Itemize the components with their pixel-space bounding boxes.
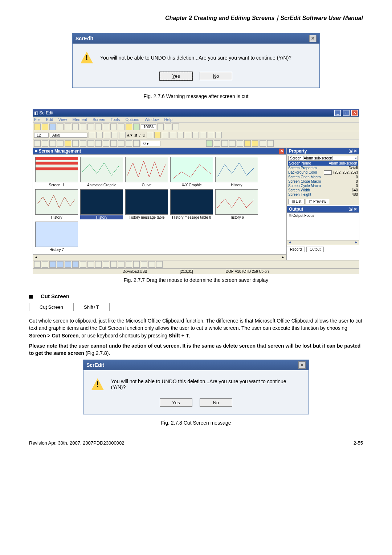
maximize-icon[interactable]: □ xyxy=(343,110,350,116)
menu-element[interactable]: Element xyxy=(73,117,87,122)
cut-icon[interactable] xyxy=(80,123,86,130)
group-icon[interactable] xyxy=(110,123,117,130)
tab-record[interactable]: Record xyxy=(287,247,305,252)
distrib-v-icon[interactable] xyxy=(215,132,222,138)
align-left-icon[interactable] xyxy=(162,132,168,138)
tool-icon[interactable] xyxy=(206,140,213,147)
fill-icon[interactable] xyxy=(147,132,153,138)
align-right-icon[interactable] xyxy=(177,132,184,138)
screen-thumb[interactable]: History 6 xyxy=(215,189,258,219)
new-icon[interactable] xyxy=(34,123,41,130)
tool-icon[interactable] xyxy=(267,140,274,147)
element-icon[interactable] xyxy=(57,140,64,147)
element-icon[interactable] xyxy=(87,140,94,147)
screen-thumb[interactable]: Animated Graphic xyxy=(80,157,123,187)
tab-output[interactable]: Output xyxy=(306,247,324,252)
tool-icon[interactable] xyxy=(133,261,140,268)
align-bottom-icon[interactable] xyxy=(200,132,207,138)
tool-icon[interactable] xyxy=(118,261,124,268)
element-icon[interactable] xyxy=(118,140,124,147)
tool-icon[interactable] xyxy=(237,140,243,147)
state-select[interactable]: 0 ▾ xyxy=(141,141,160,146)
menubar[interactable]: File Edit View Element Screen Tools Opti… xyxy=(33,117,359,123)
screen-thumb[interactable]: Curve xyxy=(125,157,168,187)
arrow-up-icon[interactable] xyxy=(111,132,118,138)
element-icon[interactable] xyxy=(49,140,56,147)
screen-dropdown[interactable]: Screen {Alarm sub-screen} xyxy=(288,156,358,161)
close-icon[interactable]: ✕ xyxy=(351,110,358,116)
tool-icon[interactable] xyxy=(221,140,228,147)
menu-options[interactable]: Options xyxy=(125,117,139,122)
font-size-select[interactable]: 12 xyxy=(34,133,49,138)
arrow-down-icon[interactable] xyxy=(119,132,126,138)
tool-icon[interactable] xyxy=(65,261,71,268)
tool-icon[interactable] xyxy=(110,261,117,268)
tool-icon[interactable] xyxy=(49,261,56,268)
zoom-select[interactable]: 100% xyxy=(141,124,156,129)
ungroup-icon[interactable] xyxy=(118,123,124,130)
screen-thumb[interactable]: Screen_1 xyxy=(35,157,78,187)
tool-icon[interactable] xyxy=(42,261,48,268)
align-icon[interactable] xyxy=(154,132,161,138)
redo-icon[interactable] xyxy=(72,123,79,130)
save-icon[interactable] xyxy=(49,123,56,130)
align-center-icon[interactable] xyxy=(170,132,176,138)
tool-icon[interactable] xyxy=(156,261,163,268)
close-icon[interactable]: ✕ xyxy=(279,149,284,154)
pin-close-icon[interactable]: ⇲ ✕ xyxy=(349,207,357,212)
screen-thumb[interactable]: History message table 8 xyxy=(170,189,213,219)
undo-icon[interactable] xyxy=(65,123,71,130)
tool-icon[interactable] xyxy=(244,140,251,147)
menu-edit[interactable]: Edit xyxy=(46,117,53,122)
align-top-icon[interactable] xyxy=(185,132,191,138)
yes-button[interactable]: Yes xyxy=(160,72,192,80)
yes-button[interactable]: Yes xyxy=(160,398,192,407)
align-middle-icon[interactable] xyxy=(192,132,199,138)
minimize-icon[interactable]: _ xyxy=(334,110,341,116)
horizontal-scrollbar[interactable]: ◄► xyxy=(33,254,286,260)
menu-view[interactable]: View xyxy=(58,117,67,122)
close-icon[interactable]: ✕ xyxy=(298,361,306,369)
tool-icon[interactable] xyxy=(260,140,266,147)
screen-thumb[interactable]: History xyxy=(35,189,78,219)
tool-icon[interactable] xyxy=(87,261,94,268)
element-icon[interactable] xyxy=(133,140,140,147)
tool-icon[interactable] xyxy=(95,261,102,268)
element-icon[interactable] xyxy=(80,140,86,147)
arrow-right-icon[interactable] xyxy=(104,132,110,138)
tool-icon[interactable] xyxy=(72,261,79,268)
menu-screen[interactable]: Screen xyxy=(93,117,105,122)
element-icon[interactable] xyxy=(72,140,79,147)
find-icon[interactable] xyxy=(103,123,109,130)
output-tree-item[interactable]: Output Focus xyxy=(289,214,358,218)
menu-help[interactable]: Help xyxy=(164,117,173,122)
menu-tools[interactable]: Tools xyxy=(111,117,120,122)
screen-thumb[interactable]: History xyxy=(80,189,123,219)
pin-close-icon[interactable]: ⇲ ✕ xyxy=(349,149,357,154)
zoom-in-icon[interactable] xyxy=(165,123,171,130)
compile-icon[interactable] xyxy=(133,123,140,130)
screen-thumb[interactable]: History message table xyxy=(125,189,168,219)
tool-icon[interactable] xyxy=(103,261,109,268)
tab-preview[interactable]: ▢ Preview xyxy=(306,199,329,204)
zoom-out-icon[interactable] xyxy=(172,123,179,130)
copy-icon[interactable] xyxy=(87,123,94,130)
menu-window[interactable]: Window xyxy=(144,117,159,122)
no-button[interactable]: No xyxy=(200,72,232,80)
paste-icon[interactable] xyxy=(95,123,102,130)
element-icon[interactable] xyxy=(65,140,71,147)
element-icon[interactable] xyxy=(103,140,109,147)
tool-icon[interactable] xyxy=(80,261,86,268)
tool-icon[interactable] xyxy=(229,140,236,147)
element-icon[interactable] xyxy=(95,140,102,147)
tool-icon[interactable] xyxy=(252,140,258,147)
tool-icon[interactable] xyxy=(148,261,155,268)
tool-icon[interactable] xyxy=(214,140,220,147)
tool-icon[interactable] xyxy=(126,261,132,268)
open-icon[interactable] xyxy=(42,123,48,130)
zoom-fit-icon[interactable] xyxy=(157,123,164,130)
screen-thumb[interactable]: History xyxy=(215,157,258,187)
screen-thumb[interactable]: History 7 xyxy=(35,222,78,252)
arrow-swap-icon[interactable] xyxy=(96,132,103,138)
arrow-left-icon[interactable] xyxy=(89,132,95,138)
